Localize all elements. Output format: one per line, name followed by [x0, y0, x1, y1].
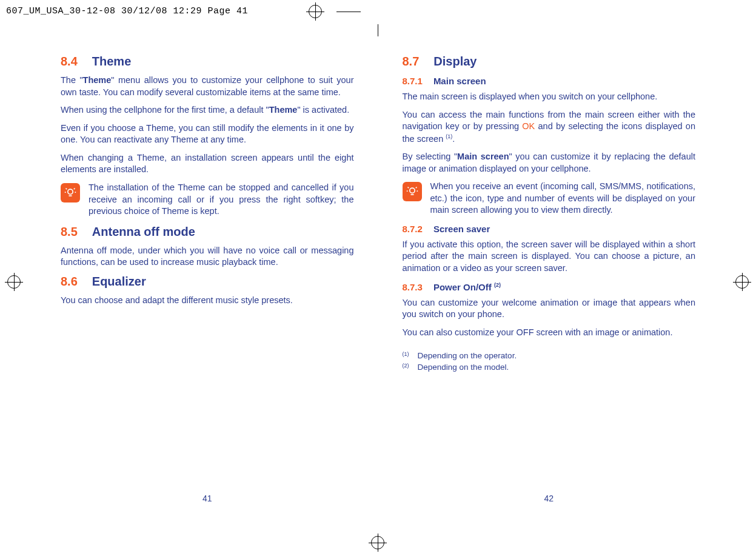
heading-8-7-2: 8.7.2Screen saver [403, 224, 696, 234]
page-spread: 8.4Theme The "Theme" menu allows you to … [30, 36, 726, 521]
section-title: Theme [92, 55, 131, 68]
body-text: When changing a Theme, an installation s… [61, 152, 354, 176]
body-text: Even if you choose a Theme, you can stil… [61, 122, 354, 146]
footnotes: (1)Depending on the operator. (2)Dependi… [403, 350, 696, 373]
heading-8-7-1: 8.7.1Main screen [403, 76, 696, 86]
crop-mark [378, 24, 378, 36]
note-text: The installation of the Theme can be sto… [89, 182, 354, 218]
tip-note: When you receive an event (incoming call… [403, 181, 696, 216]
section-number: 8.5 [61, 225, 78, 238]
lightbulb-icon [61, 183, 80, 203]
registration-mark-right [733, 273, 751, 291]
registration-mark-top [306, 2, 324, 21]
body-text: The main screen is displayed when you sw… [403, 91, 696, 103]
body-text: You can also customize your OFF screen w… [403, 327, 696, 339]
page-number-right: 42 [403, 487, 696, 503]
note-text: When you receive an event (incoming call… [430, 181, 696, 216]
subsection-number: 8.7.2 [403, 224, 423, 234]
section-number: 8.6 [61, 275, 78, 288]
subsection-title: Main screen [433, 76, 486, 86]
heading-8-7: 8.7Display [403, 55, 696, 69]
body-text: Antenna off mode, under which you will h… [61, 245, 354, 269]
body-text: The "Theme" menu allows you to customize… [61, 75, 354, 98]
body-text: You can choose and adapt the different m… [61, 295, 354, 307]
subsection-number: 8.7.1 [403, 76, 423, 86]
registration-mark-left [5, 273, 23, 291]
registration-mark-bottom [369, 534, 387, 552]
subsection-number: 8.7.3 [403, 282, 423, 292]
section-title: Equalizer [92, 275, 146, 288]
heading-8-5: 8.5Antenna off mode [61, 225, 354, 239]
heading-8-7-3: 8.7.3Power On/Off (2) [403, 282, 696, 292]
print-slug: 607_UM_USA_30-12-08 30/12/08 12:29 Page … [6, 6, 248, 16]
section-number: 8.7 [403, 55, 420, 68]
footnote-2: (2)Depending on the model. [403, 362, 696, 373]
tip-note: The installation of the Theme can be sto… [61, 182, 354, 218]
body-text: By selecting "Main screen" you can custo… [403, 151, 696, 175]
body-text: When using the cellphone for the first t… [61, 104, 354, 116]
subsection-title: Screen saver [433, 224, 490, 234]
subsection-title: Power On/Off (2) [433, 282, 501, 292]
heading-8-4: 8.4Theme [61, 55, 354, 69]
page-left: 8.4Theme The "Theme" menu allows you to … [30, 36, 378, 521]
svg-point-0 [68, 189, 73, 194]
crop-mark [336, 12, 361, 12]
svg-point-1 [409, 188, 414, 193]
page-right: 8.7Display 8.7.1Main screen The main scr… [378, 36, 726, 521]
section-number: 8.4 [61, 55, 78, 68]
footnote-1: (1)Depending on the operator. [403, 350, 696, 362]
section-title: Display [433, 55, 477, 68]
page-number-left: 41 [61, 487, 354, 503]
body-text: You can customize your welcome animation… [403, 297, 696, 321]
lightbulb-icon [403, 182, 422, 201]
body-text: You can access the main functions from t… [403, 109, 696, 146]
section-title: Antenna off mode [92, 225, 195, 238]
ok-key-label: OK [522, 121, 535, 131]
body-text: If you activate this option, the screen … [403, 239, 696, 275]
heading-8-6: 8.6Equalizer [61, 275, 354, 289]
